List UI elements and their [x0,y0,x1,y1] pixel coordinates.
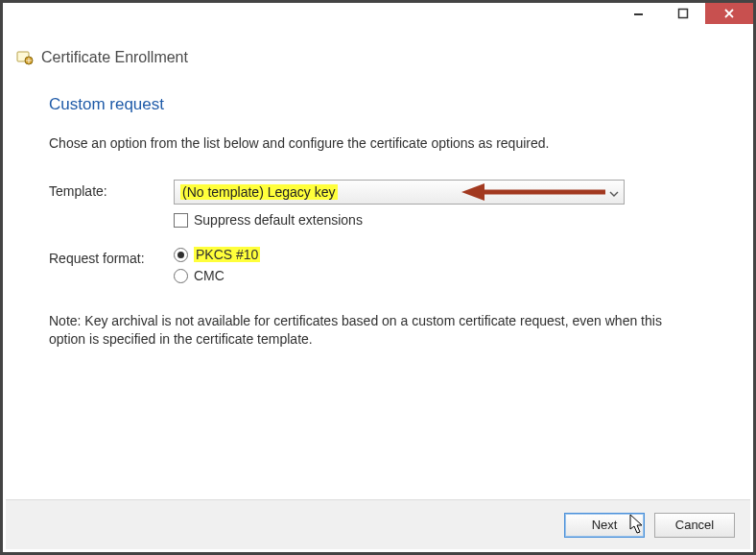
cancel-button[interactable]: Cancel [654,513,735,538]
radio-cmc-label: CMC [194,268,224,283]
request-format-row: Request format: PKCS #10 CMC [49,247,707,289]
next-button[interactable]: Next [564,513,645,538]
template-label: Template: [49,180,174,199]
suppress-extensions-checkbox[interactable]: Suppress default extensions [174,212,707,228]
section-heading: Custom request [49,95,707,114]
template-select[interactable]: (No template) Legacy key [174,180,625,205]
radio-pkcs10[interactable]: PKCS #10 [174,247,707,262]
svg-rect-1 [679,10,688,18]
header: Certificate Enrollment [3,32,753,68]
radio-icon [174,269,188,283]
cancel-button-label: Cancel [675,518,714,532]
maximize-button[interactable] [661,3,705,24]
checkbox-icon [174,213,188,228]
minimize-button[interactable] [617,3,661,24]
template-selected-value: (No template) Legacy key [180,184,338,200]
request-format-label: Request format: [49,247,174,266]
radio-icon [174,248,188,262]
content-area: Custom request Chose an option from the … [3,68,753,349]
next-button-label: Next [592,518,618,532]
suppress-extensions-label: Suppress default extensions [194,212,363,228]
dialog-window: Certificate Enrollment Custom request Ch… [0,0,756,555]
svg-rect-0 [634,13,643,15]
footer: Next Cancel [6,499,750,549]
certificate-icon [16,49,34,66]
template-row: Template: (No template) Legacy key [49,180,707,228]
radio-cmc[interactable]: CMC [174,268,707,283]
dialog-title: Certificate Enrollment [41,49,188,66]
radio-pkcs10-label: PKCS #10 [194,247,260,262]
titlebar [3,3,753,32]
instruction-text: Chose an option from the list below and … [49,135,707,151]
close-button[interactable] [705,3,753,24]
note-text: Note: Key archival is not available for … [49,312,701,349]
